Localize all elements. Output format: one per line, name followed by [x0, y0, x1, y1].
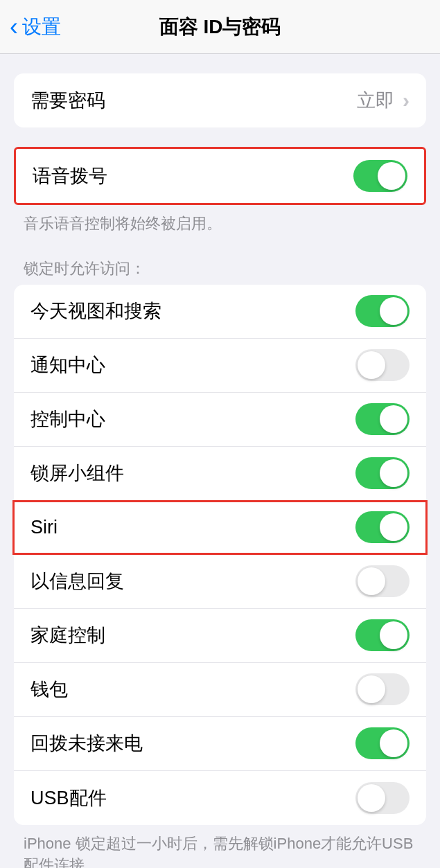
usb-footer: iPhone 锁定超过一小时后，需先解锁iPhone才能允许USB 配件连接。 — [0, 825, 440, 868]
access-row-toggle[interactable] — [355, 782, 410, 814]
access-row: USB配件 — [14, 771, 426, 825]
access-row-toggle[interactable] — [355, 565, 410, 597]
access-row-toggle[interactable] — [355, 295, 410, 327]
access-row: Siri — [14, 501, 426, 555]
toggle-knob — [380, 405, 407, 433]
content: 需要密码 立即 › 语音拨号 音乐语音控制将始终被启用。 锁定时允许访问： 今天… — [0, 73, 440, 868]
access-row: 钱包 — [14, 663, 426, 717]
toggle-knob — [380, 729, 407, 757]
voice-dial-row: 语音拨号 — [16, 149, 424, 203]
toggle-knob — [358, 351, 385, 379]
chevron-left-icon: ‹ — [10, 15, 18, 39]
chevron-right-icon: › — [403, 89, 410, 112]
require-passcode-value: 立即 › — [357, 88, 410, 113]
access-row: 家庭控制 — [14, 609, 426, 663]
voice-dial-footer: 音乐语音控制将始终被启用。 — [0, 205, 440, 235]
access-row-toggle[interactable] — [355, 727, 410, 759]
access-row-toggle[interactable] — [355, 619, 410, 651]
require-passcode-row[interactable]: 需要密码 立即 › — [14, 73, 426, 127]
access-row-label: 今天视图和搜索 — [30, 299, 161, 324]
access-row-label: 锁屏小组件 — [30, 461, 124, 486]
header-bar: ‹ 设置 面容 ID与密码 — [0, 0, 440, 54]
access-row: 以信息回复 — [14, 555, 426, 609]
require-passcode-label: 需要密码 — [30, 88, 105, 113]
toggle-knob — [358, 784, 385, 812]
toggle-knob — [358, 675, 385, 703]
access-row: 通知中心 — [14, 339, 426, 393]
back-label: 设置 — [22, 14, 61, 40]
allow-access-group: 今天视图和搜索通知中心控制中心锁屏小组件Siri以信息回复家庭控制钱包回拨未接来… — [14, 285, 426, 825]
access-row-label: Siri — [30, 517, 58, 538]
voice-dial-group: 语音拨号 — [14, 147, 426, 205]
access-row: 回拨未接来电 — [14, 717, 426, 771]
require-passcode-value-text: 立即 — [357, 88, 394, 113]
back-button[interactable]: ‹ 设置 — [10, 14, 61, 40]
access-row: 今天视图和搜索 — [14, 285, 426, 339]
access-row: 控制中心 — [14, 393, 426, 447]
access-row-toggle[interactable] — [355, 673, 410, 705]
toggle-knob — [358, 567, 385, 595]
access-row-label: 控制中心 — [30, 407, 105, 432]
access-row-toggle[interactable] — [355, 403, 410, 435]
allow-access-header: 锁定时允许访问： — [0, 235, 440, 285]
access-row-toggle[interactable] — [355, 349, 410, 381]
access-row-label: 通知中心 — [30, 353, 105, 378]
access-row-label: 以信息回复 — [30, 569, 124, 594]
access-row-toggle[interactable] — [355, 511, 410, 543]
voice-dial-label: 语音拨号 — [33, 163, 107, 188]
toggle-knob — [380, 621, 407, 649]
voice-dial-toggle[interactable] — [353, 160, 407, 192]
toggle-knob — [380, 297, 407, 325]
access-row-label: 钱包 — [30, 677, 68, 702]
access-row-label: 家庭控制 — [30, 623, 105, 648]
access-row-label: 回拨未接来电 — [30, 731, 143, 756]
page-title: 面容 ID与密码 — [159, 14, 281, 40]
toggle-knob — [378, 162, 405, 190]
access-row: 锁屏小组件 — [14, 447, 426, 501]
passcode-group: 需要密码 立即 › — [14, 73, 426, 127]
toggle-knob — [380, 513, 407, 541]
toggle-knob — [380, 459, 407, 487]
access-row-toggle[interactable] — [355, 457, 410, 489]
access-row-label: USB配件 — [30, 786, 107, 811]
